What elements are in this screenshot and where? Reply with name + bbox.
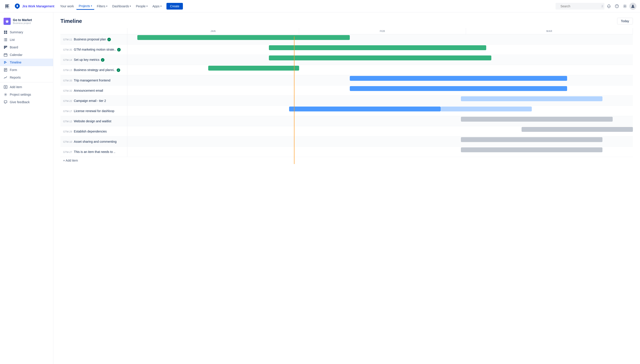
gantt-bar[interactable] bbox=[269, 56, 491, 60]
gantt-bar[interactable] bbox=[269, 45, 486, 50]
svg-rect-19 bbox=[4, 38, 5, 39]
task-id: GTM-29 bbox=[63, 130, 72, 133]
help-button[interactable]: ? bbox=[613, 3, 620, 10]
sidebar-item-give-feedback-label: Give feedback bbox=[10, 100, 50, 104]
sidebar-item-calendar[interactable]: Calendar bbox=[0, 51, 53, 58]
gantt-cell[interactable] bbox=[127, 126, 633, 136]
gantt-bar[interactable] bbox=[461, 96, 602, 101]
sidebar-item-summary[interactable]: Summary bbox=[0, 28, 53, 36]
gantt-bar[interactable] bbox=[350, 76, 567, 81]
timeline-table: JAN FEB MAR GTM-11Business proposal plan… bbox=[60, 28, 633, 164]
nav-projects[interactable]: Projects ▾ bbox=[76, 3, 94, 10]
settings-button[interactable] bbox=[621, 3, 628, 10]
table-row[interactable]: GTM-29Establish dependencies bbox=[60, 126, 633, 136]
projects-dropdown-icon: ▾ bbox=[91, 5, 92, 7]
mar-header: MAR bbox=[466, 28, 633, 34]
table-row[interactable]: GTM-12Website design and waitlist bbox=[60, 116, 633, 126]
reports-icon bbox=[4, 76, 8, 80]
gantt-bar[interactable] bbox=[289, 106, 441, 112]
sidebar-item-project-settings[interactable]: Project settings bbox=[0, 91, 53, 98]
sidebar-item-give-feedback[interactable]: Give feedback bbox=[0, 98, 53, 106]
sidebar-item-summary-label: Summary bbox=[10, 30, 50, 34]
sidebar-item-reports[interactable]: Reports bbox=[0, 74, 53, 81]
task-id: GTM-10 bbox=[63, 140, 72, 143]
user-avatar[interactable] bbox=[629, 3, 636, 10]
table-row[interactable]: GTM-10Asset sharing and commenting bbox=[60, 136, 633, 147]
svg-rect-24 bbox=[5, 40, 7, 41]
gantt-cell[interactable] bbox=[127, 34, 633, 44]
add-item-button[interactable]: + Add item bbox=[63, 159, 78, 162]
sidebar-item-form[interactable]: Form bbox=[0, 66, 53, 74]
gantt-cell[interactable] bbox=[127, 106, 633, 116]
gantt-cell[interactable] bbox=[127, 44, 633, 55]
gantt-cell[interactable] bbox=[127, 55, 633, 65]
gantt-cell[interactable] bbox=[127, 96, 633, 106]
svg-rect-17 bbox=[4, 32, 5, 34]
task-name: License renewal for dashloop bbox=[74, 109, 114, 113]
task-name: Campaign email - tier 2 bbox=[74, 99, 106, 102]
nav-apps[interactable]: Apps ▾ bbox=[150, 3, 164, 9]
done-icon: ✓ bbox=[117, 68, 120, 72]
project-header[interactable]: Go to Market Business project bbox=[0, 16, 53, 28]
search-bar[interactable]: / bbox=[556, 3, 604, 10]
task-id: GTM-14 bbox=[63, 58, 72, 61]
today-button[interactable]: Today bbox=[617, 18, 633, 24]
table-row[interactable]: GTM-17License renewal for dashloop bbox=[60, 106, 633, 116]
table-row[interactable]: GTM-27This is an item that needs to .. bbox=[60, 147, 633, 157]
sidebar-item-list[interactable]: List bbox=[0, 36, 53, 44]
app-logo-text: Jira Work Management bbox=[22, 4, 54, 8]
gantt-bar[interactable] bbox=[441, 106, 532, 112]
gantt-bar[interactable] bbox=[137, 35, 350, 40]
search-input[interactable] bbox=[560, 4, 599, 8]
help-icon: ? bbox=[615, 4, 619, 8]
sidebar-item-board[interactable]: Board bbox=[0, 44, 53, 51]
table-row[interactable]: GTM-35GTM marketing motion strate..✓ bbox=[60, 44, 633, 55]
gantt-cell[interactable] bbox=[127, 86, 633, 96]
svg-point-42 bbox=[5, 94, 6, 95]
table-row[interactable]: GTM-14Set up key metrics✓ bbox=[60, 55, 633, 65]
table-row[interactable]: GTM-22Campaign email - tier 2 bbox=[60, 96, 633, 106]
nav-filters[interactable]: Filters ▾ bbox=[95, 3, 110, 9]
gantt-cell[interactable] bbox=[127, 147, 633, 157]
gantt-cell[interactable] bbox=[127, 75, 633, 86]
gantt-bar[interactable] bbox=[461, 117, 613, 122]
gantt-cell[interactable] bbox=[127, 116, 633, 126]
task-id: GTM-17 bbox=[63, 110, 72, 112]
app-logo[interactable]: Jira Work Management bbox=[14, 3, 54, 9]
task-cell: GTM-33Trip management frontend bbox=[60, 75, 127, 86]
gantt-bar[interactable] bbox=[208, 66, 299, 70]
svg-rect-15 bbox=[4, 31, 5, 32]
task-name: Set up key metrics bbox=[74, 58, 99, 62]
gantt-bar[interactable] bbox=[461, 148, 602, 152]
task-name: Business proposal plan bbox=[74, 38, 106, 41]
gear-icon bbox=[623, 4, 627, 8]
gantt-bar[interactable] bbox=[461, 137, 602, 142]
table-row[interactable]: GTM-11Business proposal plan✓ bbox=[60, 34, 633, 44]
task-id: GTM-35 bbox=[63, 48, 72, 51]
nav-your-work[interactable]: Your work bbox=[58, 3, 76, 9]
svg-rect-33 bbox=[4, 62, 7, 62]
table-row[interactable]: GTM-13Business strategy and planni..✓ bbox=[60, 65, 633, 75]
task-id: GTM-22 bbox=[63, 100, 72, 102]
sidebar-item-timeline[interactable]: Timeline bbox=[0, 58, 53, 66]
gantt-bar[interactable] bbox=[350, 86, 567, 91]
jan-header: JAN bbox=[127, 28, 299, 34]
feedback-icon bbox=[4, 100, 8, 104]
apps-grid-icon[interactable] bbox=[4, 3, 11, 10]
add-icon bbox=[4, 85, 8, 89]
create-button[interactable]: Create bbox=[166, 3, 183, 10]
gantt-cell[interactable] bbox=[127, 136, 633, 147]
table-row[interactable]: GTM-32Announcement email bbox=[60, 86, 633, 96]
gantt-cell[interactable] bbox=[127, 65, 633, 75]
svg-rect-3 bbox=[7, 6, 8, 7]
notifications-button[interactable] bbox=[605, 3, 612, 10]
nav-people[interactable]: People ▾ bbox=[134, 3, 150, 9]
gantt-bar[interactable] bbox=[522, 127, 633, 132]
project-info: Go to Market Business project bbox=[13, 18, 32, 24]
sidebar-item-add-item[interactable]: Add item bbox=[0, 83, 53, 91]
nav-dashboards[interactable]: Dashboards ▾ bbox=[110, 3, 133, 9]
done-icon: ✓ bbox=[117, 48, 121, 52]
table-row[interactable]: GTM-33Trip management frontend bbox=[60, 75, 633, 86]
svg-rect-27 bbox=[6, 46, 7, 47]
people-dropdown-icon: ▾ bbox=[146, 5, 148, 7]
